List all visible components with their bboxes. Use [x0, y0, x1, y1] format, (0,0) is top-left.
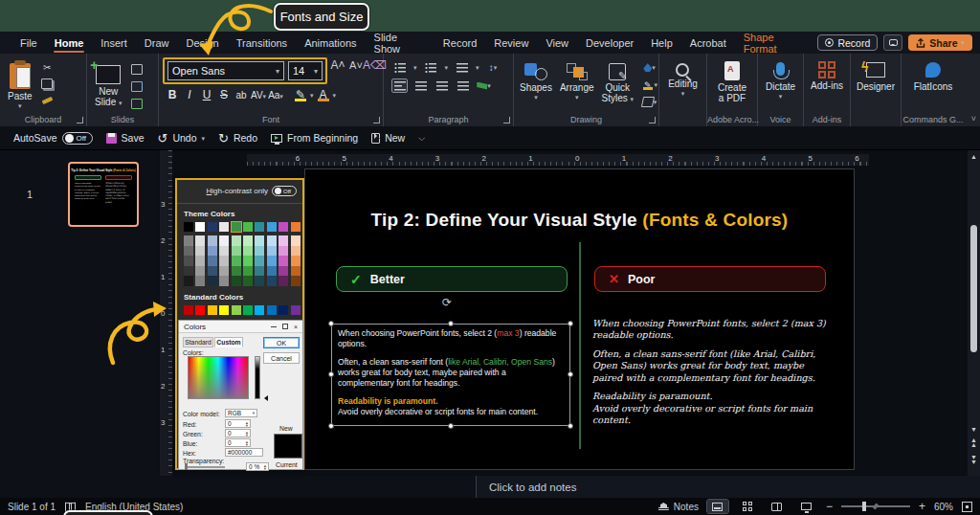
color-variant-swatch[interactable]	[243, 235, 253, 246]
color-variant-swatch[interactable]	[267, 246, 277, 257]
color-variant-swatch[interactable]	[278, 276, 288, 286]
comments-button[interactable]	[883, 34, 902, 51]
strikethrough-button[interactable]: S	[216, 88, 232, 101]
selection-handle[interactable]	[328, 371, 334, 377]
menu-tab-record[interactable]: Record	[434, 32, 485, 54]
ok-button[interactable]: OK	[263, 337, 300, 348]
menu-tab-draw[interactable]: Draw	[136, 32, 178, 54]
color-variant-swatch[interactable]	[195, 246, 205, 257]
italic-button[interactable]: I	[182, 88, 197, 101]
selection-handle[interactable]	[568, 423, 573, 429]
collapse-ribbon-chevron[interactable]: ˅	[971, 114, 976, 123]
autosave-switch[interactable]: Off	[62, 132, 93, 145]
text-direction-button[interactable]: ↕▾	[485, 60, 501, 75]
color-variant-swatch[interactable]	[184, 246, 193, 257]
change-case-button[interactable]: Aa▾	[268, 90, 283, 101]
slideshow-view-button[interactable]	[796, 500, 817, 513]
zoom-slider[interactable]	[841, 505, 910, 507]
align-center-button[interactable]	[412, 78, 429, 93]
color-variant-swatch[interactable]	[278, 256, 288, 266]
menu-tab-review[interactable]: Review	[485, 32, 537, 54]
color-variant-swatch[interactable]	[208, 235, 217, 246]
color-variant-swatch[interactable]	[267, 256, 277, 266]
better-text-box[interactable]: When choosing PowerPoint fonts, select 2…	[331, 324, 570, 426]
quick-styles-button[interactable]: QuickStyles ▾	[602, 58, 635, 109]
color-swatch[interactable]	[219, 305, 229, 315]
next-slide-button[interactable]: ▼▼	[969, 455, 978, 464]
fit-slide-to-window-button[interactable]	[962, 502, 972, 512]
bold-button[interactable]: B	[165, 88, 180, 101]
color-variant-swatch[interactable]	[267, 235, 277, 246]
selection-handle[interactable]	[448, 423, 454, 429]
color-swatch[interactable]	[255, 305, 264, 315]
color-variant-swatch[interactable]	[255, 276, 264, 286]
color-variant-swatch[interactable]	[278, 235, 288, 246]
cancel-button[interactable]: Cancel	[263, 352, 300, 364]
luminance-slider-arrow[interactable]	[261, 395, 268, 401]
editing-button[interactable]: Editing▾	[668, 56, 698, 96]
slide-title[interactable]: Tip 2: Define Your Visual Style (Fonts &…	[305, 210, 854, 231]
create-pdf-button[interactable]: Createa PDF	[718, 56, 746, 103]
luminance-slider[interactable]	[255, 356, 260, 399]
bullets-button[interactable]	[391, 60, 408, 75]
undo-button[interactable]: ↺ Undo ▾	[157, 131, 205, 146]
underline-button[interactable]: U	[199, 88, 214, 101]
color-variant-swatch[interactable]	[278, 266, 288, 277]
shape-effects-button[interactable]: ▾	[641, 95, 657, 109]
better-header-box[interactable]: ✓ Better	[336, 266, 568, 292]
selection-handle[interactable]	[328, 423, 334, 429]
color-variant-swatch[interactable]	[208, 246, 217, 257]
color-variant-swatch[interactable]	[255, 235, 264, 246]
color-variant-swatch[interactable]	[195, 276, 205, 286]
color-swatch[interactable]	[243, 305, 253, 315]
new-slide-button[interactable]: NewSlide ▾	[95, 60, 122, 111]
color-variant-swatch[interactable]	[219, 235, 229, 246]
color-variant-swatch[interactable]	[232, 256, 241, 266]
color-swatch[interactable]	[184, 222, 193, 232]
reset-slide-button[interactable]	[129, 79, 145, 94]
menu-tab-developer[interactable]: Developer	[577, 32, 642, 54]
color-variant-swatch[interactable]	[291, 246, 301, 257]
color-swatch[interactable]	[208, 222, 217, 232]
color-variant-swatch[interactable]	[232, 266, 241, 277]
color-spectrum-picker[interactable]	[188, 356, 249, 399]
color-variant-swatch[interactable]	[243, 256, 253, 266]
decrease-font-size-button[interactable]: A˅	[348, 57, 364, 72]
share-button[interactable]: Share ▾	[908, 34, 972, 51]
menu-tab-design[interactable]: Design	[177, 32, 227, 54]
color-variant-swatch[interactable]	[184, 256, 193, 266]
color-variant-swatch[interactable]	[255, 246, 264, 257]
scroll-up-icon[interactable]: ▲	[969, 153, 978, 160]
color-swatch[interactable]	[278, 305, 288, 315]
color-variant-swatch[interactable]	[184, 276, 193, 286]
rotate-handle-icon[interactable]: ⟳	[442, 296, 455, 308]
color-variant-swatch[interactable]	[255, 266, 264, 277]
color-variant-swatch[interactable]	[291, 256, 301, 266]
color-swatch[interactable]	[267, 305, 277, 315]
color-variant-swatch[interactable]	[243, 276, 253, 286]
selection-handle[interactable]	[448, 321, 454, 326]
transparency-slider[interactable]	[185, 466, 225, 468]
shapes-button[interactable]: Shapes▾	[520, 58, 552, 109]
color-variant-swatch[interactable]	[195, 266, 205, 277]
previous-slide-button[interactable]: ▲▲	[969, 437, 978, 447]
format-painter-button[interactable]	[39, 93, 56, 107]
highlight-color-button[interactable]: ✎	[293, 88, 308, 101]
from-beginning-button[interactable]: From Beginning	[271, 132, 358, 144]
color-variant-swatch[interactable]	[208, 266, 217, 277]
color-variant-swatch[interactable]	[291, 235, 301, 246]
blue-spinner[interactable]: 0▴▾	[225, 438, 251, 447]
increase-font-size-button[interactable]: A˄	[330, 57, 345, 72]
poor-text-box[interactable]: When choosing PowerPoint fonts, select 2…	[592, 318, 834, 431]
drawing-dialog-launcher[interactable]	[649, 117, 656, 123]
color-variant-swatch[interactable]	[232, 235, 241, 246]
color-variant-swatch[interactable]	[243, 246, 253, 257]
qat-overflow-chevron[interactable]: ⌵	[418, 133, 425, 144]
color-variant-swatch[interactable]	[267, 276, 277, 286]
menu-tab-animations[interactable]: Animations	[296, 32, 365, 54]
selection-handle[interactable]	[328, 321, 334, 326]
color-variant-swatch[interactable]	[195, 235, 205, 246]
copy-button[interactable]	[39, 77, 56, 91]
font-name-combo[interactable]: Open Sans ▾	[167, 61, 284, 80]
arrange-button[interactable]: Arrange▾	[560, 58, 594, 109]
